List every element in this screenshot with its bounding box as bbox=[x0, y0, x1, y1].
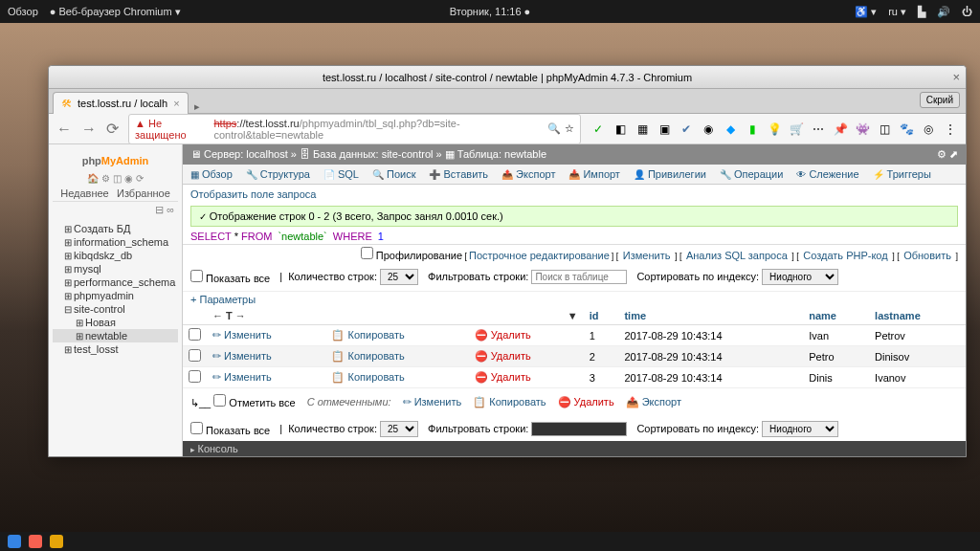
row-copy[interactable]: 📋 Копировать bbox=[331, 350, 404, 362]
ext-icon[interactable]: 🐾 bbox=[899, 121, 914, 137]
tab-insert[interactable]: ➕ Вставить bbox=[429, 168, 488, 180]
batch-delete[interactable]: ⛔ Удалить bbox=[558, 396, 614, 408]
ext-icon[interactable]: ▮ bbox=[745, 121, 760, 137]
ext-icon[interactable]: ▣ bbox=[657, 121, 672, 137]
row-delete[interactable]: ⛔ Удалить bbox=[475, 371, 531, 383]
ext-icon[interactable]: 🛒 bbox=[789, 121, 804, 137]
batch-edit[interactable]: ✏ Изменить bbox=[403, 396, 462, 408]
favorite-link[interactable]: Избранное bbox=[117, 187, 170, 199]
row-copy[interactable]: 📋 Копировать bbox=[331, 371, 404, 383]
profiling-checkbox[interactable]: Профилирование bbox=[361, 250, 462, 261]
ext-icon[interactable]: 📌 bbox=[833, 121, 848, 137]
accessibility-icon[interactable]: ♿ ▾ bbox=[855, 6, 877, 18]
rowcount-select[interactable]: 25 bbox=[380, 269, 418, 285]
tree-new-db[interactable]: ⊞ Создать БД bbox=[53, 222, 178, 235]
show-query-link[interactable]: Отобразить поле запроса bbox=[190, 188, 316, 200]
ext-icon[interactable]: ◆ bbox=[723, 121, 738, 137]
ext-icon[interactable]: ▦ bbox=[635, 121, 650, 137]
ext-icon[interactable]: ✔ bbox=[679, 121, 694, 137]
tree-db[interactable]: ⊞ kibqdskz_db bbox=[53, 249, 178, 262]
row-edit[interactable]: ✏ Изменить bbox=[212, 329, 272, 341]
row-copy[interactable]: 📋 Копировать bbox=[331, 329, 404, 341]
edit-link[interactable]: Изменить bbox=[623, 250, 671, 261]
ext-icon[interactable]: ◧ bbox=[612, 121, 628, 137]
volume-icon[interactable]: 🔊 bbox=[937, 6, 950, 18]
tree-new-table[interactable]: ⊞ Новая bbox=[53, 316, 178, 329]
bc-icons[interactable]: ⚙ ⬈ bbox=[937, 148, 958, 161]
ext-icon[interactable]: 💡 bbox=[767, 121, 782, 137]
search-in-page-icon[interactable]: 🔍 bbox=[547, 122, 561, 135]
showall-check[interactable]: Показать все bbox=[190, 422, 270, 436]
row-edit[interactable]: ✏ Изменить bbox=[212, 371, 272, 383]
tab-sql[interactable]: 📄 SQL bbox=[323, 168, 359, 180]
col-name[interactable]: name bbox=[803, 307, 869, 325]
new-tab-button[interactable]: ▸ bbox=[194, 100, 200, 113]
clock[interactable]: Вторник, 11:16 ● bbox=[450, 6, 531, 17]
tab-operations[interactable]: 🔧 Операции bbox=[720, 168, 783, 180]
collapse-icon[interactable]: ⊟ ∞ bbox=[53, 202, 178, 218]
power-icon[interactable]: ⏻ bbox=[962, 6, 972, 17]
col-id[interactable]: id bbox=[584, 307, 619, 325]
filter-input[interactable] bbox=[531, 422, 627, 436]
row-delete[interactable]: ⛔ Удалить bbox=[475, 350, 531, 362]
checkall[interactable] bbox=[213, 394, 226, 407]
sort-select[interactable]: Ниодного bbox=[762, 269, 838, 285]
sort-select[interactable]: Ниодного bbox=[762, 421, 838, 437]
browser-tab[interactable]: 🛠 test.losst.ru / localh × bbox=[53, 92, 189, 114]
tab-browse[interactable]: ▦ Обзор bbox=[190, 168, 233, 180]
forward-button[interactable]: → bbox=[81, 121, 97, 138]
screenshot-button[interactable]: Скрий bbox=[920, 92, 960, 108]
inline-edit-link[interactable]: Построчное редактирование bbox=[469, 250, 610, 261]
tree-db[interactable]: ⊞ information_schema bbox=[53, 235, 178, 249]
tree-db[interactable]: ⊞ performance_schema bbox=[53, 276, 178, 289]
tree-db-open[interactable]: ⊟ site-control bbox=[53, 302, 178, 316]
address-bar[interactable]: ▲ Не защищено https://test.losst.ru/phpm… bbox=[128, 114, 581, 144]
dock-app-icon[interactable] bbox=[29, 535, 42, 548]
bc-server[interactable]: 🖥 Сервер: localhost bbox=[190, 148, 288, 160]
row-edit[interactable]: ✏ Изменить bbox=[212, 350, 272, 362]
tab-import[interactable]: 📥 Импорт bbox=[568, 168, 619, 180]
recent-link[interactable]: Недавнее bbox=[60, 187, 109, 199]
php-link[interactable]: Создать PHP-код bbox=[803, 250, 887, 261]
dock-app-icon[interactable] bbox=[50, 535, 63, 548]
tab-tracking[interactable]: 👁 Слежение bbox=[796, 168, 858, 180]
reload-button[interactable]: ⟳ bbox=[106, 120, 119, 138]
ext-icon[interactable]: 👾 bbox=[855, 121, 870, 137]
network-icon[interactable]: ▙ bbox=[918, 6, 925, 18]
ext-icon[interactable]: ◫ bbox=[877, 121, 892, 137]
row-check[interactable] bbox=[189, 370, 201, 383]
bc-table[interactable]: ▦ Таблица: newtable bbox=[445, 148, 546, 160]
tree-db[interactable]: ⊞ test_losst bbox=[53, 342, 178, 356]
back-button[interactable]: ← bbox=[56, 121, 72, 138]
refresh-link[interactable]: Обновить bbox=[903, 250, 951, 261]
tab-search[interactable]: 🔍 Поиск bbox=[372, 168, 415, 180]
row-check[interactable] bbox=[189, 349, 201, 362]
analyze-link[interactable]: Анализ SQL запроса bbox=[686, 250, 788, 261]
bookmark-star-icon[interactable]: ☆ bbox=[565, 122, 574, 135]
tree-table-selected[interactable]: ⊞ newtable bbox=[53, 329, 178, 342]
row-delete[interactable]: ⛔ Удалить bbox=[475, 329, 531, 341]
menu-icon[interactable]: ⋮ bbox=[943, 121, 958, 137]
col-lastname[interactable]: lastname bbox=[869, 307, 966, 325]
params-toggle[interactable]: + Параметры bbox=[190, 294, 256, 305]
filter-input[interactable] bbox=[531, 270, 627, 284]
tab-export[interactable]: 📤 Экспорт bbox=[501, 168, 555, 180]
ext-icon[interactable]: ◉ bbox=[701, 121, 716, 137]
console-bar[interactable]: ▸ Консоль bbox=[183, 441, 966, 456]
lang-indicator[interactable]: ru ▾ bbox=[888, 6, 906, 18]
tree-db[interactable]: ⊞ phpmyadmin bbox=[53, 289, 178, 302]
ext-icon[interactable]: ⋯ bbox=[811, 121, 826, 137]
activities-button[interactable]: Обзор bbox=[8, 6, 38, 17]
row-check[interactable] bbox=[189, 328, 201, 341]
tab-triggers[interactable]: ⚡ Триггеры bbox=[873, 168, 931, 180]
pma-nav-icons[interactable]: 🏠 ⚙ ◫ ◉ ⟳ bbox=[53, 171, 178, 186]
showall-check[interactable]: Показать все bbox=[190, 270, 270, 284]
col-time[interactable]: time bbox=[618, 307, 803, 325]
dock-app-icon[interactable] bbox=[8, 535, 21, 548]
close-icon[interactable]: × bbox=[952, 70, 960, 84]
batch-export[interactable]: 📤 Экспорт bbox=[626, 396, 681, 408]
batch-copy[interactable]: 📋 Копировать bbox=[473, 396, 546, 408]
ext-icon[interactable]: ✓ bbox=[590, 121, 606, 137]
app-menu[interactable]: ● Веб-браузер Chromium ▾ bbox=[50, 6, 181, 18]
bc-db[interactable]: 🗄 База данных: site-control bbox=[300, 148, 434, 160]
